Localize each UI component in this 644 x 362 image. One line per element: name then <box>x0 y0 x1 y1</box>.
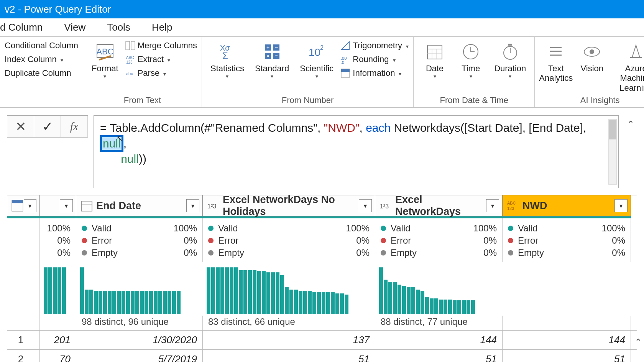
time-button[interactable]: Time <box>453 39 488 80</box>
histogram-nwd <box>503 262 631 316</box>
extract-icon: ABC123 <box>125 54 135 64</box>
column-dropdown-3[interactable]: ▾ <box>359 199 372 212</box>
formula-fx-button[interactable]: fx <box>61 116 88 137</box>
index-column-button[interactable]: Index Column <box>4 53 79 66</box>
format-icon: ABC <box>95 42 115 61</box>
aml-icon <box>626 42 644 61</box>
svg-text:ABC: ABC <box>96 47 113 56</box>
parse-button[interactable]: abcParse <box>125 67 198 80</box>
row-header-dropdown[interactable]: ▾ <box>24 199 36 212</box>
information-button[interactable]: Information <box>340 67 409 80</box>
quality-end-date: Valid100% Error0% Empty0% <box>76 218 203 262</box>
svg-rect-32 <box>508 44 512 46</box>
format-button[interactable]: ABC Format <box>87 39 123 80</box>
table-row[interactable]: 2 70 5/7/2019 51 51 51 <box>7 349 637 362</box>
group-ai-insights: AI Insights <box>539 95 644 105</box>
ribbon: Conditional Column Index Column Duplicat… <box>0 37 644 108</box>
formula-scroll-thumb[interactable] <box>609 120 616 139</box>
table-row[interactable]: 1 201 1/30/2020 137 144 144 <box>7 330 637 349</box>
date-button[interactable]: Date <box>417 39 452 80</box>
column-dropdown-1[interactable]: ▾ <box>60 199 73 212</box>
svg-text:10: 10 <box>309 46 320 58</box>
column-dropdown-end-date[interactable]: ▾ <box>186 199 199 212</box>
duration-button[interactable]: Duration <box>490 39 531 80</box>
number-type-icon: 1²3 <box>207 199 220 212</box>
rounding-button[interactable]: .00.0Rounding <box>340 53 409 66</box>
column-header-excel-nwd[interactable]: 1²3 Excel NetworkDays ▾ <box>375 195 503 216</box>
number-type-icon: 1²3 <box>379 199 392 212</box>
column-header-nwd[interactable]: ABC123 NWD ▾ <box>503 195 631 216</box>
scientific-icon: 102 <box>307 42 326 61</box>
svg-text:+: + <box>266 44 269 51</box>
data-grid: ▾ ▾ End Date ▾ 1²3 Excel NetworkDays No … <box>7 195 637 362</box>
standard-icon: +−×÷ <box>263 42 282 61</box>
conditional-column-button[interactable]: Conditional Column <box>4 39 79 52</box>
svg-text:ABC: ABC <box>507 201 516 205</box>
time-icon <box>461 42 480 61</box>
svg-rect-3 <box>131 41 135 50</box>
azure-ml-button[interactable]: Azure Machine Learning <box>611 39 644 93</box>
extract-button[interactable]: ABC123Extract <box>125 53 198 66</box>
histogram-col1 <box>40 262 76 316</box>
duration-icon <box>501 42 520 61</box>
svg-rect-23 <box>427 45 442 59</box>
svg-text:2: 2 <box>320 44 324 51</box>
formula-collapse-button[interactable]: ⌃ <box>624 115 637 129</box>
quality-nwd-col: Valid100% Error0% Empty0% <box>503 218 631 262</box>
svg-text:1²3: 1²3 <box>380 203 389 210</box>
quality-col1: 100% 0% 0% <box>40 218 76 262</box>
svg-text:123: 123 <box>126 60 133 64</box>
svg-text:.0: .0 <box>341 60 344 64</box>
tab-help[interactable]: Help <box>141 18 183 36</box>
vision-icon <box>582 42 601 61</box>
tab-add-column[interactable]: d Column <box>0 18 53 36</box>
group-from-number: From Number <box>206 95 409 105</box>
histogram-col4 <box>375 262 503 316</box>
distinct-col3: 83 distinct, 66 unique <box>203 316 375 330</box>
row-header-corner[interactable]: ▾ <box>7 195 40 216</box>
information-icon <box>340 68 350 78</box>
duplicate-column-button[interactable]: Duplicate Column <box>4 67 79 80</box>
formula-commit-button[interactable]: ✓ <box>34 116 61 137</box>
svg-rect-2 <box>126 41 130 50</box>
svg-rect-22 <box>341 69 350 72</box>
formula-selection: null↖ <box>100 135 123 152</box>
tab-tools[interactable]: Tools <box>96 18 141 36</box>
distinct-col4: 88 distinct, 77 unique <box>375 316 503 330</box>
ribbon-tabs: d Column View Tools Help <box>0 18 644 37</box>
group-from-datetime: From Date & Time <box>417 95 531 105</box>
statistics-button[interactable]: XσΣ Statistics <box>206 39 249 80</box>
svg-text:÷: ÷ <box>275 53 278 59</box>
svg-text:123: 123 <box>507 206 514 211</box>
text-analytics-button[interactable]: Text Analytics <box>539 39 573 84</box>
column-header-end-date[interactable]: End Date ▾ <box>76 195 203 216</box>
svg-text:−: − <box>275 44 278 51</box>
quality-nwd-no-holidays: Valid100% Error0% Empty0% <box>203 218 375 262</box>
trigonometry-button[interactable]: Trigonometry <box>340 39 409 52</box>
formula-bar: ✕ ✓ fx = Table.AddColumn(#"Renamed Colum… <box>0 108 644 193</box>
statistics-icon: XσΣ <box>218 42 237 61</box>
date-type-icon <box>80 199 93 212</box>
histogram-end-date <box>76 262 203 316</box>
histogram-col3 <box>203 262 375 316</box>
formula-input[interactable]: = Table.AddColumn(#"Renamed Columns", "N… <box>94 115 619 188</box>
formula-cancel-button[interactable]: ✕ <box>7 116 34 137</box>
svg-text:1²3: 1²3 <box>207 203 216 210</box>
column-dropdown-4[interactable]: ▾ <box>486 199 499 212</box>
tab-view[interactable]: View <box>53 18 96 36</box>
svg-point-38 <box>590 49 594 54</box>
vision-button[interactable]: Vision <box>575 39 609 74</box>
date-icon <box>425 42 444 61</box>
column-dropdown-nwd[interactable]: ▾ <box>614 199 628 212</box>
column-header-excel-nwd-no-holidays[interactable]: 1²3 Excel NetworkDays No Holidays ▾ <box>203 195 375 216</box>
text-analytics-icon <box>546 42 565 61</box>
merge-columns-button[interactable]: Merge Columns <box>125 39 198 52</box>
scientific-button[interactable]: 102 Scientific <box>295 39 338 80</box>
quality-nwd: Valid100% Error0% Empty0% <box>375 218 503 262</box>
quality-rownum <box>7 218 40 262</box>
standard-button[interactable]: +−×÷ Standard <box>250 39 294 80</box>
column-header-unnamed[interactable]: ▾ <box>40 195 76 216</box>
vertical-scrollbar[interactable]: ⌃ <box>632 337 644 362</box>
svg-rect-40 <box>12 200 23 203</box>
window-title: v2 - Power Query Editor <box>0 0 644 18</box>
